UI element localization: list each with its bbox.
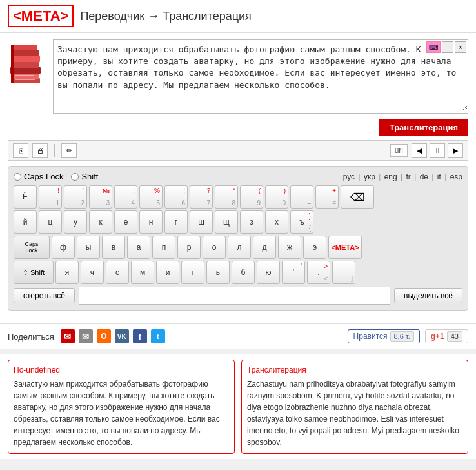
result-col-2-text: Zachastuyu nam prihoditsya obrabatyivat …: [247, 378, 462, 448]
minimize-button[interactable]: —: [442, 41, 453, 53]
share-fb-icon[interactable]: f: [133, 329, 147, 343]
transliterate-button[interactable]: Транслитерация: [379, 119, 468, 136]
key-ch[interactable]: ч: [81, 261, 104, 284]
key-u[interactable]: у: [64, 210, 87, 234]
key-bracket[interactable]: ]: [332, 261, 355, 284]
key-yu[interactable]: ю: [257, 261, 280, 284]
print-button[interactable]: 🖨: [32, 143, 48, 158]
textarea-section: ⌨ — × Зачастую нам приходится обрабатыва…: [8, 39, 468, 114]
key-0[interactable]: )0: [265, 185, 288, 209]
edit-button[interactable]: ✏: [61, 143, 77, 158]
key-3[interactable]: №3: [89, 185, 112, 209]
close-button[interactable]: ×: [455, 41, 466, 53]
key-meta[interactable]: <META>: [328, 236, 362, 259]
forward-button[interactable]: ▶: [448, 143, 463, 158]
caps-lock-option[interactable]: Caps Lock: [14, 172, 63, 181]
key-h[interactable]: х: [265, 210, 288, 234]
key-sh[interactable]: ш: [190, 210, 213, 234]
key-z[interactable]: з: [240, 210, 263, 234]
back-button[interactable]: ◀: [412, 143, 427, 158]
key-soft[interactable]: ь: [206, 261, 230, 284]
results-section: По-undefined Зачастую нам приходится обр…: [0, 354, 476, 459]
key-yi[interactable]: ы: [77, 236, 100, 259]
clear-button[interactable]: стереть всё: [14, 288, 75, 303]
url-button[interactable]: url: [390, 144, 408, 157]
shift-option[interactable]: Shift: [71, 172, 98, 181]
share-twitter-icon[interactable]: t: [151, 329, 165, 343]
key-9[interactable]: (9: [240, 185, 263, 209]
key-hard[interactable]: }ъ{: [290, 210, 313, 234]
key-yo[interactable]: Ё: [14, 185, 37, 209]
pause-button[interactable]: ⏸: [430, 143, 445, 158]
key-8[interactable]: *8: [215, 185, 238, 209]
lang-eng[interactable]: eng: [384, 172, 397, 181]
keyboard-options: Caps Lock Shift: [14, 172, 98, 181]
key-1[interactable]: !1: [39, 185, 62, 209]
kb-row-1: Ё !1 "2 №3 ;4 %5 :6 ?7 *8 (9 )0 _– += ⌫: [14, 185, 462, 209]
key-shift[interactable]: ⇧ Shift: [14, 261, 54, 284]
kb-row-4: ⇧ Shift я ч с м и т ь б ю '' >.< ]: [14, 261, 462, 284]
share-ok-icon[interactable]: O: [97, 329, 111, 343]
copy-button[interactable]: ⎘: [13, 143, 28, 158]
keyboard-toggle-button[interactable]: ⌨: [426, 41, 441, 53]
key-ts[interactable]: ц: [39, 210, 62, 234]
key-plus[interactable]: +=: [315, 185, 339, 209]
key-v[interactable]: в: [102, 236, 125, 259]
key-e2[interactable]: э: [303, 236, 326, 259]
key-comma[interactable]: '': [282, 261, 305, 284]
key-y[interactable]: й: [14, 210, 37, 234]
key-g[interactable]: г: [164, 210, 188, 234]
key-a[interactable]: а: [127, 236, 150, 259]
svg-rect-10: [11, 45, 14, 83]
key-ya[interactable]: я: [55, 261, 79, 284]
key-n[interactable]: н: [139, 210, 163, 234]
key-6[interactable]: :6: [164, 185, 188, 209]
key-m[interactable]: м: [131, 261, 154, 284]
input-textarea[interactable]: Зачастую нам приходится обрабатывать фот…: [54, 40, 468, 111]
key-o[interactable]: о: [203, 236, 226, 259]
key-dot[interactable]: >.<: [307, 261, 330, 284]
kb-row-2: й ц у к е н г ш щ з х }ъ{: [14, 210, 462, 234]
lang-ukr[interactable]: укр: [364, 172, 375, 181]
key-e[interactable]: е: [114, 210, 137, 234]
gplus-button[interactable]: g+1 43: [425, 329, 468, 343]
key-d[interactable]: д: [253, 236, 276, 259]
key-b[interactable]: б: [232, 261, 255, 284]
shift-radio[interactable]: [71, 173, 79, 181]
keyboard-rows: Ё !1 "2 №3 ;4 %5 :6 ?7 *8 (9 )0 _– += ⌫ …: [14, 185, 462, 284]
key-i[interactable]: и: [156, 261, 179, 284]
key-backspace[interactable]: ⌫: [341, 185, 374, 209]
key-p[interactable]: п: [152, 236, 175, 259]
key-s[interactable]: с: [106, 261, 129, 284]
select-all-button[interactable]: выделить всё: [394, 288, 462, 303]
keyboard-text-input[interactable]: [79, 287, 390, 305]
lang-esp[interactable]: esp: [450, 172, 462, 181]
lang-fr[interactable]: fr: [406, 172, 411, 181]
key-2[interactable]: "2: [64, 185, 87, 209]
book-icon: [8, 39, 46, 91]
social-counts: Нравится 8,6 т. g+1 43: [348, 329, 468, 343]
key-zh[interactable]: ж: [278, 236, 301, 259]
share-email-icon[interactable]: ✉: [61, 329, 75, 343]
toolbar-right: ◀ ⏸ ▶: [412, 143, 463, 158]
key-shch[interactable]: щ: [215, 210, 238, 234]
key-t[interactable]: т: [181, 261, 204, 284]
key-5[interactable]: %5: [139, 185, 163, 209]
key-7[interactable]: ?7: [190, 185, 213, 209]
share-mail2-icon[interactable]: ✉: [79, 329, 93, 343]
lang-de[interactable]: de: [420, 172, 428, 181]
svg-rect-4: [11, 56, 40, 62]
share-vk-icon[interactable]: VK: [115, 329, 129, 343]
key-caps-lock[interactable]: CapsLock: [14, 236, 50, 259]
key-k[interactable]: к: [89, 210, 112, 234]
lang-rus[interactable]: рус: [343, 172, 355, 181]
key-r[interactable]: р: [177, 236, 201, 259]
key-dash[interactable]: _–: [290, 185, 313, 209]
key-f[interactable]: ф: [52, 236, 75, 259]
caps-lock-radio[interactable]: [14, 173, 21, 181]
key-4[interactable]: ;4: [114, 185, 137, 209]
fb-like-button[interactable]: Нравится 8,6 т.: [348, 329, 420, 343]
lang-it[interactable]: it: [437, 172, 441, 181]
textarea-wrapper: ⌨ — × Зачастую нам приходится обрабатыва…: [53, 39, 468, 114]
key-l[interactable]: л: [228, 236, 251, 259]
